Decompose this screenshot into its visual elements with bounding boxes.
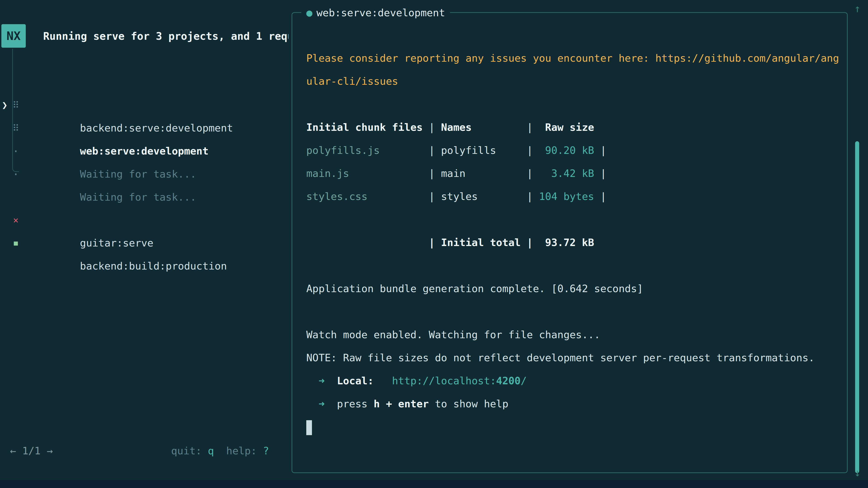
pipe: | bbox=[423, 236, 441, 249]
output-panel: ●web:serve:development Please consider r… bbox=[291, 12, 848, 473]
chunk-file: main.js bbox=[306, 162, 423, 185]
help-hint-line: ➜pressh + enterto show help bbox=[306, 392, 833, 416]
pending-dot-icon: · bbox=[9, 163, 23, 186]
chunk-file: polyfills.js bbox=[306, 139, 423, 162]
local-url-line: ➜Local:http://localhost:4200/ bbox=[306, 369, 833, 392]
pipe: | bbox=[423, 144, 441, 156]
task-backend-serve-development[interactable]: ⠿ backend:serve:development bbox=[0, 70, 289, 94]
pipe: | bbox=[521, 167, 539, 180]
terminal-output: Please consider reporting any issues you… bbox=[292, 13, 847, 438]
col-chunk-files: Initial chunk files bbox=[306, 116, 423, 139]
task-backend-build-production[interactable]: ■ backend:build:production bbox=[0, 208, 289, 232]
blank-line bbox=[306, 93, 833, 116]
table-total-row: | Initial total | 93.72 kB bbox=[306, 231, 833, 254]
keyboard-shortcuts: quit:qhelp:? bbox=[171, 440, 269, 462]
pipe: | bbox=[423, 167, 441, 180]
pager-page: 1/1 bbox=[22, 445, 40, 457]
nx-terminal-ui: NX Running serve for 3 projects, and 1 r… bbox=[0, 0, 868, 488]
pipe: | bbox=[594, 191, 606, 202]
pipe: | bbox=[521, 121, 539, 133]
col-names: Names bbox=[441, 116, 521, 139]
cursor-line bbox=[306, 416, 833, 438]
pipe: | bbox=[521, 236, 539, 249]
help-label: help: bbox=[226, 445, 257, 457]
task-waiting-1[interactable]: · Waiting for task... bbox=[0, 117, 289, 140]
press-text: press bbox=[337, 398, 367, 410]
panel-title-text: web:serve:development bbox=[316, 7, 445, 19]
task-waiting-2[interactable]: · Waiting for task... bbox=[0, 140, 289, 163]
task-label: guitar:serve bbox=[80, 237, 153, 249]
url-prefix: http://localhost: bbox=[392, 375, 496, 387]
table-row: polyfills.js | polyfills | 90.20 kB | bbox=[306, 139, 833, 162]
window-bottom-strip bbox=[0, 480, 868, 488]
scroll-up-icon[interactable]: ↑ bbox=[852, 2, 863, 15]
blank-line bbox=[306, 254, 833, 277]
app-title: Running serve for 3 projects, and 1 requ bbox=[43, 29, 288, 43]
running-dot-icon: ● bbox=[306, 7, 312, 19]
task-list: ⠿ backend:serve:development ⠿ web:serve:… bbox=[0, 70, 289, 163]
note-line: NOTE: Raw file sizes do not reflect deve… bbox=[306, 346, 833, 369]
blank-line bbox=[306, 300, 833, 323]
quit-key: q bbox=[208, 445, 214, 457]
terminal-cursor bbox=[306, 420, 312, 435]
pipe: | bbox=[423, 191, 441, 202]
blank-line bbox=[306, 208, 833, 231]
col-raw-size: Raw size bbox=[539, 116, 594, 139]
table-row: main.js | main | 3.42 kB | bbox=[306, 162, 833, 185]
chunk-name: polyfills bbox=[441, 139, 521, 162]
help-rest: to show help bbox=[435, 398, 508, 410]
pipe: | bbox=[594, 167, 606, 180]
nx-logo: NX bbox=[1, 24, 26, 48]
task-label: Waiting for task... bbox=[80, 168, 196, 180]
success-square-icon: ■ bbox=[9, 232, 23, 255]
chunk-name: styles bbox=[441, 185, 521, 208]
task-guitar-serve[interactable]: ✕ guitar:serve bbox=[0, 186, 289, 208]
total-size: 93.72 kB bbox=[539, 231, 594, 254]
chunk-file: styles.css bbox=[306, 185, 423, 208]
quit-label: quit: bbox=[171, 445, 202, 457]
table-header: Initial chunk files | Names | Raw size bbox=[306, 116, 833, 139]
arrow-icon: ➜ bbox=[318, 398, 324, 410]
pager-prev-icon[interactable]: ← bbox=[10, 445, 16, 457]
help-key: ? bbox=[263, 445, 269, 457]
bundle-complete-line: Application bundle generation complete. … bbox=[306, 277, 833, 300]
task-label: backend:build:production bbox=[80, 260, 227, 272]
table-row: styles.css | styles | 104 bytes | bbox=[306, 185, 833, 208]
scroll-down-icon[interactable]: ↓ bbox=[852, 466, 863, 480]
arrow-icon: ➜ bbox=[318, 375, 324, 387]
scrollbar-thumb[interactable] bbox=[855, 141, 859, 473]
notice-line-2: ular-cli/issues bbox=[306, 70, 833, 93]
local-label: Local: bbox=[337, 375, 374, 387]
pager-next-icon[interactable]: → bbox=[47, 445, 53, 457]
task-list-secondary: ✕ guitar:serve ■ backend:build:productio… bbox=[0, 186, 289, 232]
pipe: | bbox=[594, 144, 606, 156]
notice-line-1: Please consider reporting any issues you… bbox=[306, 47, 833, 70]
url-port: 4200 bbox=[496, 375, 521, 387]
pager: ←1/1→ bbox=[10, 440, 53, 462]
chunk-size: 3.42 kB bbox=[539, 162, 594, 185]
chunk-name: main bbox=[441, 162, 521, 185]
pipe: | bbox=[423, 121, 441, 133]
panel-title: ●web:serve:development bbox=[301, 6, 450, 20]
url-suffix: / bbox=[521, 375, 527, 387]
help-keys: h + enter bbox=[374, 398, 429, 410]
watch-mode-line: Watch mode enabled. Watching for file ch… bbox=[306, 323, 833, 346]
chunk-size: 90.20 kB bbox=[539, 139, 594, 162]
task-web-serve-development[interactable]: ⠿ web:serve:development bbox=[0, 94, 289, 117]
total-label: Initial total bbox=[441, 231, 521, 254]
pipe: | bbox=[521, 144, 539, 156]
chunk-size: 104 bytes bbox=[539, 185, 594, 208]
pipe: | bbox=[521, 191, 539, 202]
localhost-link[interactable]: http://localhost:4200/ bbox=[392, 375, 527, 387]
